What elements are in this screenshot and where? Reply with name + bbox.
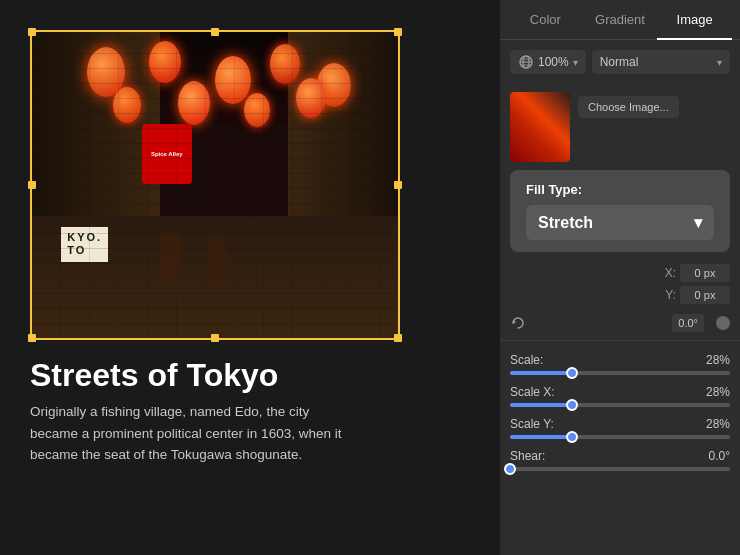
shear-value: 0.0° [709,449,730,463]
shear-slider-thumb[interactable] [504,463,516,475]
x-value[interactable]: 0 px [680,264,730,282]
scale-y-slider-row: Scale Y: 28% [510,417,730,439]
sliders-section: Scale: 28% Scale X: 28% Scale Y: 28% [500,345,740,479]
scale-x-slider-fill [510,403,572,407]
resize-handle-tm[interactable] [211,28,219,36]
tab-image[interactable]: Image [657,0,732,39]
lantern [270,44,300,84]
opacity-value: 100% [538,55,569,69]
position-controls: X: 0 px Y: 0 px [500,258,740,310]
fill-type-select[interactable]: Stretch ▾ [526,205,714,240]
sign-spice-alley: Spice Alley [142,124,192,184]
shear-slider-header: Shear: 0.0° [510,449,730,463]
rotation-row: 0.0° [500,310,740,336]
choose-image-button[interactable]: Choose Image... [578,96,679,118]
page-title: Streets of Tokyo [30,358,470,393]
lantern [149,41,181,83]
resize-handle-tr[interactable] [394,28,402,36]
opacity-dropdown-arrow[interactable]: ▾ [573,57,578,68]
x-position-row: X: 0 px [510,264,730,282]
scale-x-label: Scale X: [510,385,555,399]
tab-gradient[interactable]: Gradient [583,0,658,39]
person-silhouette [160,233,180,283]
scale-y-slider-fill [510,435,572,439]
thumbnail-preview [510,92,570,162]
scale-x-slider-thumb[interactable] [566,399,578,411]
resize-handle-ml[interactable] [28,181,36,189]
scale-slider-fill [510,371,572,375]
person-silhouette [208,238,226,283]
text-content: Streets of Tokyo Originally a fishing vi… [30,358,470,466]
resize-handle-tl[interactable] [28,28,36,36]
scale-x-value: 28% [706,385,730,399]
blend-mode-arrow: ▾ [717,57,722,68]
image-container[interactable]: Spice Alley KYO.TO [30,30,400,340]
resize-handle-br[interactable] [394,334,402,342]
blend-mode-dropdown[interactable]: Normal ▾ [592,50,730,74]
image-thumbnail[interactable] [510,92,570,162]
image-section: Choose Image... [500,84,740,170]
scale-y-slider-header: Scale Y: 28% [510,417,730,431]
resize-handle-bl[interactable] [28,334,36,342]
x-label: X: [665,266,676,280]
tab-bar: Color Gradient Image [500,0,740,40]
scale-label: Scale: [510,353,543,367]
fill-type-label: Fill Type: [526,182,714,197]
scale-y-slider-thumb[interactable] [566,431,578,443]
resize-handle-bm[interactable] [211,334,219,342]
right-panel: Color Gradient Image 100% ▾ Normal ▾ [500,0,740,555]
scale-x-slider-header: Scale X: 28% [510,385,730,399]
scale-y-value: 28% [706,417,730,431]
scale-x-slider-row: Scale X: 28% [510,385,730,407]
blend-controls-row: 100% ▾ Normal ▾ [500,40,740,84]
opacity-control[interactable]: 100% ▾ [510,50,586,74]
y-value[interactable]: 0 px [680,286,730,304]
y-position-row: Y: 0 px [510,286,730,304]
shear-slider-track[interactable] [510,467,730,471]
scale-slider-row: Scale: 28% [510,353,730,375]
rotation-value[interactable]: 0.0° [672,314,704,332]
rotation-icon [510,315,526,331]
page-description: Originally a fishing village, named Edo,… [30,401,350,466]
blend-mode-value: Normal [600,55,639,69]
svg-marker-5 [513,320,516,324]
shear-label: Shear: [510,449,545,463]
kyoto-sign: KYO.TO [61,227,108,261]
rotation-dot[interactable] [716,316,730,330]
divider [500,340,740,341]
y-label: Y: [665,288,676,302]
resize-handle-mr[interactable] [394,181,402,189]
lantern [113,87,141,123]
lantern [296,78,326,118]
fill-type-popup: Fill Type: Stretch ▾ [510,170,730,252]
scale-slider-thumb[interactable] [566,367,578,379]
scale-x-slider-track[interactable] [510,403,730,407]
photo-background: Spice Alley KYO.TO [32,32,398,338]
globe-icon [518,54,534,70]
left-panel: Spice Alley KYO.TO Streets of Tokyo Orig… [0,0,500,555]
shear-slider-row: Shear: 0.0° [510,449,730,471]
scale-value: 28% [706,353,730,367]
scale-slider-track[interactable] [510,371,730,375]
tab-color[interactable]: Color [508,0,583,39]
scale-slider-header: Scale: 28% [510,353,730,367]
fill-type-arrow: ▾ [694,213,702,232]
fill-type-value: Stretch [538,214,593,232]
scale-y-label: Scale Y: [510,417,554,431]
scale-y-slider-track[interactable] [510,435,730,439]
